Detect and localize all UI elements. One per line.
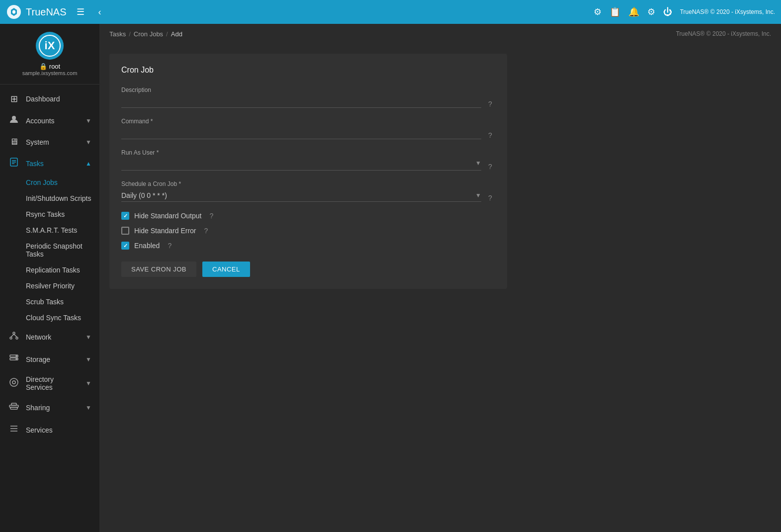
schedule-select[interactable]: Daily (0 0 * * *) Hourly (0 * * * *) Wee… — [121, 189, 481, 202]
hide-stdout-help-icon[interactable]: ? — [206, 212, 216, 220]
settings-icon[interactable]: ⚙ — [647, 6, 655, 17]
sidebar-label-accounts: Accounts — [26, 117, 80, 125]
sidebar-item-tasks[interactable]: Tasks ▲ — [0, 152, 99, 175]
enabled-row: Enabled ? — [121, 242, 495, 250]
svg-line-9 — [11, 334, 14, 337]
subnav-replication-tasks[interactable]: Replication Tasks — [26, 262, 99, 278]
accounts-arrow-icon: ▼ — [86, 117, 91, 124]
subnav-rsync-tasks[interactable]: Rsync Tasks — [26, 206, 99, 222]
svg-point-7 — [10, 337, 12, 339]
sharing-icon — [8, 401, 20, 414]
avatar: iX — [36, 32, 64, 60]
services-icon — [8, 424, 20, 436]
form-card: Cron Job Description ? Com — [109, 54, 507, 289]
svg-point-1 — [12, 116, 16, 120]
description-label: Description — [121, 87, 481, 93]
description-row: Description ? — [121, 87, 495, 108]
topbar-left: TrueNAS ☰ ‹ — [6, 4, 105, 20]
hide-stderr-checkbox[interactable] — [121, 227, 129, 235]
brand-name: TrueNAS — [26, 6, 67, 18]
sidebar-label-sharing: Sharing — [26, 404, 80, 412]
cancel-button[interactable]: CANCEL — [202, 262, 250, 277]
subnav-smart-tests[interactable]: S.M.A.R.T. Tests — [26, 222, 99, 238]
enabled-label: Enabled — [134, 242, 160, 250]
subnav-cron-jobs[interactable]: Cron Jobs — [26, 175, 99, 190]
sidebar-item-storage[interactable]: Storage ▼ — [0, 348, 99, 370]
lock-icon: 🔒 — [39, 63, 47, 70]
description-field: Description ? — [121, 87, 495, 108]
sidebar-user-section: iX 🔒 root sample.ixsystems.com — [0, 24, 99, 85]
command-help-icon[interactable]: ? — [485, 131, 495, 139]
sidebar-label-services: Services — [26, 426, 91, 434]
svg-point-6 — [13, 332, 15, 334]
sidebar-item-directory-services[interactable]: Directory Services ▼ — [0, 370, 99, 396]
sidebar-label-storage: Storage — [26, 355, 80, 363]
svg-rect-19 — [11, 403, 16, 405]
storage-arrow-icon: ▼ — [86, 356, 91, 363]
directory-services-arrow-icon: ▼ — [86, 380, 91, 387]
description-input[interactable] — [121, 95, 481, 108]
topbar: TrueNAS ☰ ‹ ⚙ 📋 🔔 ⚙ ⏻ TrueNAS® © 2020 - … — [0, 0, 781, 24]
brand: TrueNAS — [6, 4, 67, 20]
sidebar-nav: ⊞ Dashboard Accounts ▼ 🖥 System ▼ — [0, 85, 99, 445]
command-input[interactable] — [121, 127, 481, 139]
sidebar-item-label: Dashboard — [26, 95, 91, 103]
bell-icon[interactable]: 🔔 — [628, 6, 639, 17]
schedule-row: Schedule a Cron Job * Daily (0 0 * * *) … — [121, 180, 495, 202]
copyright-text: TrueNAS® © 2020 - iXsystems, Inc. — [680, 8, 775, 15]
enabled-checkbox[interactable] — [121, 242, 129, 250]
subnav-snapshot-tasks[interactable]: Periodic Snapshot Tasks — [26, 238, 99, 262]
hide-stdout-label: Hide Standard Output — [134, 212, 201, 220]
command-field: Command * ? — [121, 118, 495, 139]
run-as-user-label: Run As User * — [121, 149, 481, 156]
run-as-user-input[interactable] — [121, 158, 475, 170]
run-as-user-field: Run As User * ▼ ? — [121, 149, 495, 171]
system-arrow-icon: ▼ — [86, 139, 91, 146]
save-cron-job-button[interactable]: SAVE CRON JOB — [121, 262, 196, 277]
svg-point-13 — [16, 355, 17, 356]
sidebar-item-system[interactable]: 🖥 System ▼ — [0, 132, 99, 152]
subnav-cloud-sync[interactable]: Cloud Sync Tasks — [26, 310, 99, 326]
sidebar-label-directory-services: Directory Services — [26, 375, 80, 391]
hide-stdout-checkbox[interactable] — [121, 212, 129, 220]
directory-services-icon — [8, 377, 20, 390]
sidebar-hostname: sample.ixsystems.com — [22, 70, 78, 76]
clipboard-icon[interactable]: 📋 — [609, 6, 620, 17]
menu-toggle-button[interactable]: ☰ — [73, 4, 88, 19]
system-icon: 🖥 — [8, 137, 20, 147]
sidebar-item-sharing[interactable]: Sharing ▼ — [0, 396, 99, 419]
sidebar-username: 🔒 root — [39, 63, 60, 70]
power-icon[interactable]: ⏻ — [663, 7, 672, 17]
sidebar-item-dashboard[interactable]: ⊞ Dashboard — [0, 89, 99, 109]
enabled-help-icon[interactable]: ? — [165, 242, 174, 250]
breadcrumb: Tasks / Cron Jobs / Add — [109, 30, 182, 38]
subnav-scrub-tasks[interactable]: Scrub Tasks — [26, 294, 99, 310]
sidebar-item-services[interactable]: Services — [0, 419, 99, 441]
hide-stderr-help-icon[interactable]: ? — [201, 227, 211, 235]
schedule-help-icon[interactable]: ? — [485, 194, 495, 202]
breadcrumb-sep-1: / — [129, 30, 131, 38]
run-as-user-help-icon[interactable]: ? — [485, 163, 495, 171]
trident-icon[interactable]: ⚙ — [594, 6, 602, 17]
hide-stdout-row: Hide Standard Output ? — [121, 212, 495, 220]
dashboard-icon: ⊞ — [8, 93, 20, 104]
breadcrumb-tasks[interactable]: Tasks — [109, 30, 126, 38]
breadcrumb-cron-jobs[interactable]: Cron Jobs — [134, 30, 163, 38]
truenas-logo-icon — [6, 4, 22, 20]
subnav-init-shutdown[interactable]: Init/Shutdown Scripts — [26, 190, 99, 206]
sidebar-item-accounts[interactable]: Accounts ▼ — [0, 109, 99, 132]
topbar-right: ⚙ 📋 🔔 ⚙ ⏻ TrueNAS® © 2020 - iXsystems, I… — [594, 6, 775, 17]
subnav-resilver[interactable]: Resilver Priority — [26, 278, 99, 294]
hide-stderr-label: Hide Standard Error — [134, 227, 196, 235]
back-button[interactable]: ‹ — [94, 5, 105, 19]
tasks-subnav: Cron Jobs Init/Shutdown Scripts Rsync Ta… — [0, 175, 99, 326]
sidebar: iX 🔒 root sample.ixsystems.com ⊞ Dashboa… — [0, 24, 99, 532]
tasks-arrow-icon: ▲ — [86, 160, 91, 167]
description-help-icon[interactable]: ? — [485, 100, 495, 108]
main-layout: iX 🔒 root sample.ixsystems.com ⊞ Dashboa… — [0, 24, 781, 532]
sharing-arrow-icon: ▼ — [86, 404, 91, 411]
tasks-icon — [8, 157, 20, 170]
sidebar-item-network[interactable]: Network ▼ — [0, 326, 99, 348]
svg-point-8 — [16, 337, 18, 339]
form-actions: SAVE CRON JOB CANCEL — [121, 262, 495, 277]
